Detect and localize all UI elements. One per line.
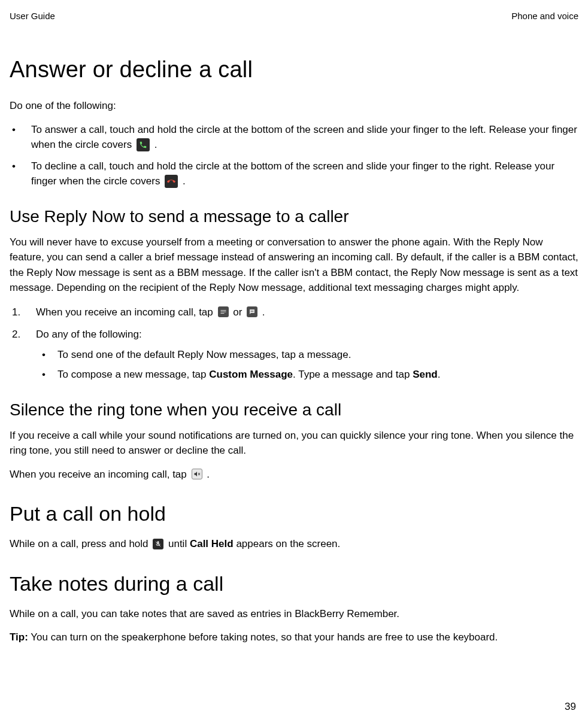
page-header: User Guide Phone and voice [10, 11, 578, 21]
svg-point-2 [253, 311, 254, 312]
bbm-dots-icon [247, 306, 257, 317]
svg-point-0 [251, 311, 252, 312]
text: . Type a message and tap [293, 369, 413, 380]
answer-decline-list: To answer a call, touch and hold the cir… [10, 122, 578, 189]
reply-now-steps: 1. When you receive an incoming call, ta… [10, 304, 578, 382]
text: . [183, 175, 186, 187]
bold-call-held: Call Held [190, 538, 234, 549]
list-item: To decline a call, touch and hold the ci… [10, 159, 578, 189]
hold-line: While on a call, press and hold until Ca… [10, 536, 578, 552]
speaker-mute-icon [192, 469, 202, 479]
tip-text: You can turn on the speakerphone before … [28, 631, 498, 643]
reply-now-sublist: To send one of the default Reply Now mes… [36, 347, 578, 382]
text: . [207, 469, 210, 480]
silence-line: When you receive an incoming call, tap . [10, 467, 578, 482]
message-list-icon [218, 306, 229, 317]
bold-custom-message: Custom Message [209, 369, 293, 380]
text: To compose a new message, tap [57, 369, 209, 380]
text: . [154, 139, 157, 150]
svg-point-1 [251, 311, 253, 312]
bold-send: Send [413, 369, 438, 380]
phone-decline-icon [165, 175, 178, 188]
mic-mute-icon [153, 539, 163, 549]
text: To decline a call, touch and hold the ci… [31, 160, 554, 187]
text: or [233, 306, 245, 318]
heading-notes: Take notes during a call [10, 572, 578, 596]
list-item: To send one of the default Reply Now mes… [36, 347, 578, 363]
page-number: 39 [565, 701, 576, 713]
heading-reply-now: Use Reply Now to send a message to a cal… [10, 207, 578, 226]
notes-tip: Tip: You can turn on the speakerphone be… [10, 630, 578, 645]
heading-silence: Silence the ring tone when you receive a… [10, 400, 578, 420]
silence-para: If you receive a call while your sound n… [10, 428, 578, 458]
text: . [438, 369, 441, 380]
step-number: 1. [12, 304, 20, 320]
text: until [168, 538, 190, 549]
text: When you receive an incoming call, tap [36, 306, 216, 318]
tip-label: Tip: [10, 631, 28, 643]
text: . [262, 306, 265, 318]
text: appears on the screen. [234, 538, 341, 549]
text: When you receive an incoming call, tap [10, 469, 190, 480]
reply-now-para: You will never have to excuse yourself f… [10, 235, 578, 296]
text: To answer a call, touch and hold the cir… [31, 124, 577, 151]
text: While on a call, press and hold [10, 538, 151, 549]
notes-para: While on a call, you can take notes that… [10, 606, 578, 622]
heading-hold: Put a call on hold [10, 502, 578, 525]
list-item: 1. When you receive an incoming call, ta… [10, 304, 578, 320]
header-right: Phone and voice [511, 11, 578, 21]
phone-answer-icon [137, 138, 150, 151]
step-number: 2. [12, 326, 20, 342]
list-item: To answer a call, touch and hold the cir… [10, 122, 578, 153]
list-item: 2. Do any of the following: To send one … [10, 326, 578, 382]
text: To send one of the default Reply Now mes… [57, 349, 351, 360]
intro-do-following: Do one of the following: [10, 98, 578, 114]
list-item: To compose a new message, tap Custom Mes… [36, 367, 578, 382]
text: Do any of the following: [36, 329, 142, 340]
heading-answer-decline: Answer or decline a call [10, 57, 578, 83]
header-left: User Guide [10, 11, 55, 21]
